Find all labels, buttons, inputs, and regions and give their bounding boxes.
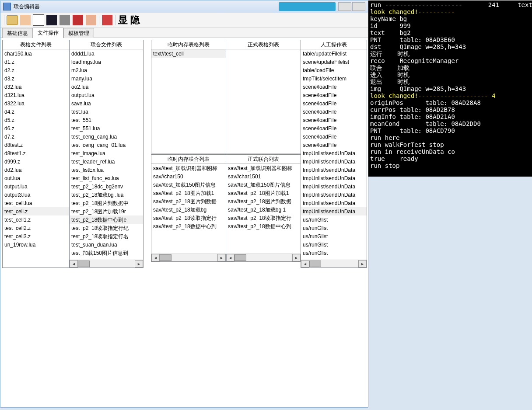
list-item[interactable]: sav//test_p2_18图片到数据: [151, 197, 226, 205]
list-item[interactable]: char150.lua: [3, 49, 69, 58]
list-official-union[interactable]: sav//test_加载识别器和图标sav//char1501sav//test…: [226, 164, 301, 254]
list-item[interactable]: loadImgs.lua: [70, 58, 143, 66]
list-item[interactable]: sav//test_p2_18读取指定行: [151, 214, 226, 222]
list-item[interactable]: save.lua: [70, 99, 143, 108]
list-item[interactable]: output3.lua: [3, 191, 69, 199]
list-item[interactable]: sav//char150: [151, 172, 226, 181]
scroll-left-icon[interactable]: ◄: [70, 260, 78, 268]
list-item[interactable]: dd2.lua: [3, 166, 69, 174]
hscroll[interactable]: ◄ ►: [226, 254, 301, 261]
list-item[interactable]: sav//test_p2_18数据中心到: [151, 222, 226, 230]
list-item[interactable]: sav//test_加载150图片信息: [226, 181, 301, 189]
list-item[interactable]: d7.z: [3, 132, 69, 141]
list-temp-union[interactable]: sav//test_加载识别器和图标sav//char150sav//test_…: [151, 164, 226, 254]
list-item[interactable]: scene/loadFile: [301, 91, 367, 99]
list-item[interactable]: d321.lua: [3, 91, 69, 99]
list-item[interactable]: output.lua: [70, 91, 143, 99]
list-item[interactable]: test_551.lua: [70, 124, 143, 132]
list-item[interactable]: test_list_func_ex.lua: [70, 174, 143, 182]
list-item[interactable]: d5.z: [3, 116, 69, 124]
list-item[interactable]: us/runGlist: [301, 240, 367, 249]
tab-template-mgmt[interactable]: 模板管理: [63, 28, 94, 38]
list-item[interactable]: dddd1.lua: [70, 49, 143, 58]
list-item[interactable]: sav//test_p2_18加载bg 1: [226, 205, 301, 214]
list-item[interactable]: sav//test_加载识别器和图标: [151, 164, 226, 172]
list-item[interactable]: d8test1.z: [3, 149, 69, 157]
list-item[interactable]: sav//test_加载识别器和图标: [226, 164, 301, 172]
list-item[interactable]: sav//test_p2_18加载bg: [151, 205, 226, 214]
list-item[interactable]: tmpTlist/selectItem: [301, 74, 367, 83]
list-temp-table[interactable]: text//test_cell: [151, 49, 226, 153]
list-item[interactable]: test_p2_18读取指定行名: [70, 232, 143, 240]
list-item[interactable]: d999.z: [3, 157, 69, 166]
list-item[interactable]: sav//test_加载150图片信息: [151, 181, 226, 189]
list-item[interactable]: d322.lua: [3, 99, 69, 108]
list-item[interactable]: test_p2_18数据中心到e: [70, 215, 143, 224]
list-item[interactable]: us/runGlist: [301, 249, 367, 257]
list-item[interactable]: many.lua: [70, 74, 143, 83]
list-official-table[interactable]: [226, 49, 301, 153]
list-item[interactable]: d1.z: [3, 58, 69, 66]
list-item[interactable]: test.lua: [70, 108, 143, 116]
list-manual[interactable]: table/updateFilelistscene/updateFilelist…: [301, 49, 367, 260]
scroll-right-icon[interactable]: ►: [358, 260, 367, 268]
list-item[interactable]: tmpUnlist/sendUnData: [301, 191, 367, 199]
list-item[interactable]: out.lua: [3, 174, 69, 182]
avatar-icon-7[interactable]: [101, 14, 113, 26]
list-item[interactable]: test_image.lua: [70, 149, 143, 157]
list-item[interactable]: test_cell1.z: [3, 215, 69, 224]
list-item[interactable]: test_551: [70, 116, 143, 124]
scroll-left-icon[interactable]: ◄: [301, 260, 309, 268]
list-item[interactable]: test_cell2.z: [3, 224, 69, 232]
folder-icon[interactable]: [6, 14, 18, 26]
list-item[interactable]: test_suan_duan.lua: [70, 240, 143, 249]
list-item[interactable]: scene/loadFile: [301, 132, 367, 141]
list-item[interactable]: test_listEx.lua: [70, 166, 143, 174]
list-item[interactable]: scene/updateFilelist: [301, 58, 367, 66]
list-item[interactable]: d3.z: [3, 74, 69, 83]
list-item[interactable]: test_ceng_cang.lua: [70, 132, 143, 141]
list-item[interactable]: scene/loadFile: [301, 108, 367, 116]
list-item[interactable]: un_19row.lua: [3, 240, 69, 249]
list-item[interactable]: test_cell3.z: [3, 232, 69, 240]
list-item[interactable]: d4.z: [3, 108, 69, 116]
avatar-icon-5[interactable]: [72, 14, 84, 26]
list-item[interactable]: scene/loadFile: [301, 141, 367, 149]
list-item[interactable]: us/runGlist: [301, 232, 367, 240]
list-item[interactable]: sav//test_p2_18数据中心到: [226, 222, 301, 230]
list-item[interactable]: d2.z: [3, 66, 69, 74]
list-item[interactable]: oo2.lua: [70, 83, 143, 91]
list-item[interactable]: test_p2_18dc_bg2env: [70, 182, 143, 191]
list-item[interactable]: tmpUnlist/sendUnData: [301, 174, 367, 182]
scroll-left-icon[interactable]: ◄: [226, 254, 234, 261]
hscroll[interactable]: ◄ ►: [301, 260, 367, 268]
list-item[interactable]: tmpUnlist/sendUnData: [301, 166, 367, 174]
show-button[interactable]: 显: [117, 14, 129, 27]
list-item[interactable]: d8test.z: [3, 141, 69, 149]
list-item[interactable]: test_p2_18图片到数据中: [70, 199, 143, 207]
scroll-right-icon[interactable]: ►: [217, 254, 226, 261]
list-item[interactable]: test_leader_ref.lua: [70, 157, 143, 166]
list-table-files[interactable]: char150.luad1.zd2.zd3.zd32.luad321.luad3…: [3, 49, 69, 268]
list-item[interactable]: test_p2_18图片加载19r: [70, 207, 143, 215]
list-item[interactable]: test_p2_18加载bg .lua: [70, 191, 143, 199]
tab-file-ops[interactable]: 文件操作: [33, 28, 63, 38]
list-item[interactable]: tmpUnlist/sendUnData: [301, 149, 367, 157]
list-item[interactable]: d6.z: [3, 124, 69, 132]
scroll-left-icon[interactable]: ◄: [151, 254, 160, 261]
list-item[interactable]: test_p2_18读取指定行纪: [70, 224, 143, 232]
list-item[interactable]: table/loadFile: [301, 66, 367, 74]
list-item[interactable]: scene/loadFile: [301, 83, 367, 91]
maximize-button[interactable]: [352, 2, 365, 11]
list-item[interactable]: test_加载150图片信息到: [70, 249, 143, 257]
list-item[interactable]: sav//test_p2_18图片加载1: [226, 189, 301, 197]
list-item[interactable]: us/runGlist: [301, 224, 367, 232]
minimize-button[interactable]: [338, 2, 351, 11]
list-item[interactable]: tmpUnlist/sendUnData: [301, 207, 367, 215]
hide-button[interactable]: 隐: [130, 14, 141, 27]
list-item[interactable]: sav//test_p2_18图片加载1: [151, 189, 226, 197]
list-item[interactable]: output.lua: [3, 182, 69, 191]
console-window[interactable]: run --------------------- 241 textlook c…: [368, 0, 532, 177]
list-item[interactable]: text//test_cell: [151, 49, 226, 58]
list-item[interactable]: us/runGlist: [301, 215, 367, 224]
